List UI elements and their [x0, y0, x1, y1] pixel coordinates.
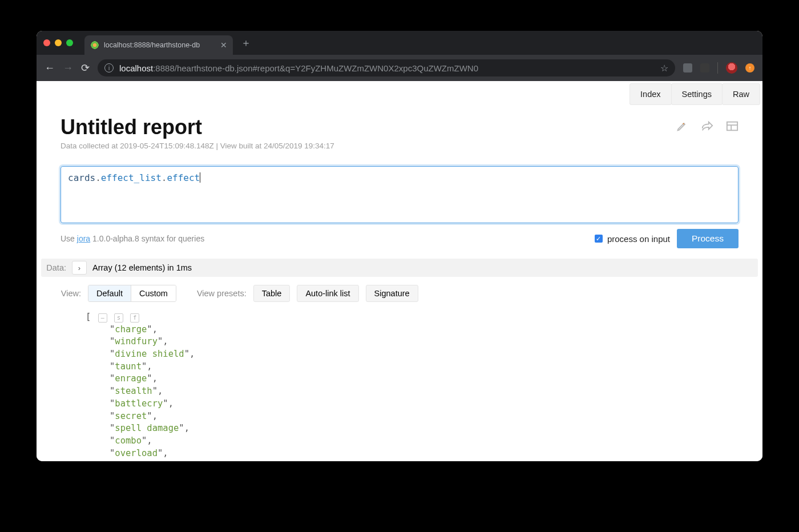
back-button[interactable]: ← [45, 62, 55, 74]
process-on-input-checkbox[interactable]: ✓ process on input [595, 234, 670, 244]
close-tab-icon[interactable]: ✕ [220, 41, 227, 50]
array-open-bracket: [ [86, 312, 91, 322]
url-text: localhost:8888/hearthstone-db.json#repor… [119, 63, 655, 73]
svg-rect-0 [727, 122, 737, 131]
jora-link[interactable]: jora [77, 234, 90, 243]
result-item: "enrage", [86, 373, 717, 385]
toolbar-separator [717, 62, 718, 74]
forward-button[interactable]: → [63, 62, 73, 74]
text-cursor [200, 172, 200, 183]
tab-strip: localhost:8888/hearthstone-db ✕ ＋ [37, 31, 762, 55]
window-controls [43, 39, 73, 46]
result-item: "charge", [86, 324, 717, 336]
tab-title: localhost:8888/hearthstone-db [104, 41, 216, 49]
top-nav: Index Settings Raw [37, 81, 762, 105]
result-item: "combo", [86, 435, 717, 448]
result-output: [ – s f "charge", "windfury", "divine sh… [60, 308, 739, 461]
reload-button[interactable]: ⟳ [81, 62, 90, 74]
page-meta: Data collected at 2019-05-24T15:09:48.14… [60, 142, 334, 150]
layout-icon[interactable] [726, 120, 739, 132]
result-item: "deathrattle", [86, 460, 717, 461]
nav-settings[interactable]: Settings [671, 83, 723, 105]
filter-toggle-icon[interactable]: f [130, 313, 139, 323]
nav-index[interactable]: Index [629, 83, 671, 105]
process-button[interactable]: Process [677, 229, 739, 248]
result-item: "stealth", [86, 385, 717, 398]
presets-label: View presets: [197, 289, 247, 298]
favicon-icon [90, 41, 99, 50]
extension-icon[interactable] [700, 63, 709, 72]
nav-raw[interactable]: Raw [722, 83, 760, 105]
data-label: Data: [37, 263, 66, 272]
view-mode-toggle: Default Custom [88, 285, 176, 302]
new-tab-button[interactable]: ＋ [241, 36, 251, 50]
preset-table[interactable]: Table [253, 285, 290, 302]
browser-window: localhost:8888/hearthstone-db ✕ ＋ ← → ⟳ … [37, 31, 762, 461]
extension-icon[interactable] [683, 63, 692, 72]
edit-icon[interactable] [676, 120, 688, 132]
close-window-button[interactable] [43, 39, 50, 46]
view-controls: View: Default Custom View presets: Table… [60, 285, 739, 302]
share-icon[interactable] [701, 120, 713, 132]
result-item: "overload", [86, 448, 717, 460]
result-item: "divine shield", [86, 348, 717, 361]
data-summary: Array (12 elements) in 1ms [92, 263, 192, 272]
query-help-text: Use jora 1.0.0-alpha.8 syntax for querie… [60, 234, 588, 243]
site-info-icon[interactable]: i [104, 63, 114, 72]
view-default-tab[interactable]: Default [88, 285, 131, 301]
maximize-window-button[interactable] [66, 39, 73, 46]
browser-tab[interactable]: localhost:8888/hearthstone-db ✕ [84, 35, 233, 55]
data-summary-row: Data: › Array (12 elements) in 1ms [41, 259, 758, 277]
result-item: "secret", [86, 410, 717, 423]
page-title: Untitled report [60, 115, 334, 139]
result-item: "taunt", [86, 361, 717, 373]
view-label: View: [56, 289, 81, 298]
checkbox-checked-icon: ✓ [595, 235, 603, 243]
result-item: "battlecry", [86, 398, 717, 410]
result-item: "spell damage", [86, 422, 717, 435]
address-bar: ← → ⟳ i localhost:8888/hearthstone-db.js… [37, 55, 762, 81]
query-input[interactable]: cards.effect_list.effect [60, 166, 739, 223]
sort-toggle-icon[interactable]: s [114, 313, 123, 323]
header-actions [676, 120, 739, 132]
url-input[interactable]: i localhost:8888/hearthstone-db.json#rep… [98, 59, 675, 76]
expand-data-icon[interactable]: › [72, 261, 87, 275]
collapse-toggle-icon[interactable]: – [98, 313, 107, 323]
update-indicator-icon[interactable]: ↑ [745, 63, 754, 72]
minimize-window-button[interactable] [55, 39, 62, 46]
page-content: Index Settings Raw Untitled report Data … [37, 81, 762, 461]
bookmark-star-icon[interactable]: ☆ [660, 63, 668, 74]
profile-avatar[interactable] [726, 62, 737, 74]
view-custom-tab[interactable]: Custom [131, 285, 176, 301]
result-item: "windfury", [86, 336, 717, 348]
preset-signature[interactable]: Signature [366, 285, 418, 302]
preset-autolink[interactable]: Auto-link list [297, 285, 358, 302]
